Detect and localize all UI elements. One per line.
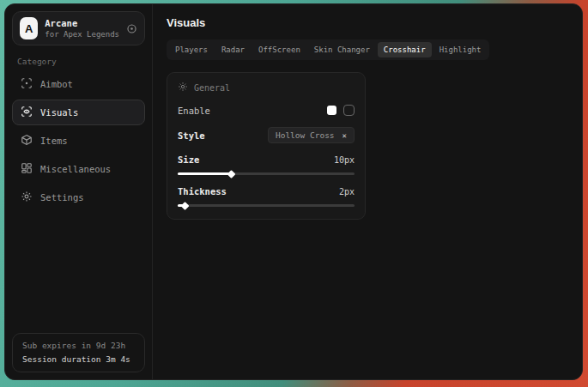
style-value: Hollow Cross (276, 130, 335, 140)
color-swatch[interactable] (327, 106, 336, 115)
sidebar-item-label: Aimbot (40, 79, 73, 89)
main-panel: Visuals Players Radar OffScreen Skin Cha… (153, 4, 582, 379)
thickness-label: Thickness (178, 186, 227, 197)
box-icon (21, 134, 33, 148)
style-label: Style (178, 130, 205, 141)
category-label: Category (17, 57, 140, 66)
thickness-slider[interactable] (178, 204, 355, 207)
tab-players[interactable]: Players (169, 42, 214, 57)
enable-label: Enable (178, 106, 210, 116)
enable-row: Enable (178, 105, 355, 116)
sidebar-item-items[interactable]: Items (12, 128, 145, 154)
subscription-info: Sub expires in 9d 23h Session duration 3… (12, 333, 145, 373)
page-title: Visuals (167, 16, 568, 29)
style-value-tag[interactable]: Hollow Cross ✕ (268, 127, 355, 143)
size-label: Size (178, 154, 199, 165)
sidebar-item-label: Visuals (40, 107, 78, 118)
card-title: General (194, 83, 230, 93)
gear-icon (178, 82, 188, 94)
enable-checkbox[interactable] (343, 105, 355, 116)
thickness-slider-fill (178, 204, 185, 207)
thickness-value: 2px (339, 187, 355, 197)
sidebar-item-label: Items (40, 136, 68, 146)
enable-controls (327, 105, 355, 116)
tab-crosshair[interactable]: Crosshair (378, 42, 432, 57)
thickness-row: Thickness 2px (178, 186, 355, 197)
tab-radar[interactable]: Radar (215, 42, 251, 57)
card-header: General (178, 82, 355, 94)
close-icon[interactable]: ✕ (342, 131, 347, 140)
size-slider-fill (178, 172, 231, 175)
sidebar-item-settings[interactable]: Settings (12, 184, 145, 210)
general-card: General Enable Style Hollow Cross ✕ Size… (167, 72, 366, 220)
sidebar: A Arcane for Apex Legends Category (5, 4, 153, 379)
sidebar-nav: Aimbot Visuals (12, 71, 145, 210)
sub-expires-text: Sub expires in 9d 23h (22, 340, 135, 352)
tab-highlight[interactable]: Highlight (433, 42, 488, 57)
app-subtitle: for Apex Legends (45, 30, 119, 39)
size-row: Size 10px (178, 154, 355, 165)
visuals-tabbar: Players Radar OffScreen Skin Changer Cro… (167, 39, 489, 60)
sidebar-item-visuals[interactable]: Visuals (12, 100, 145, 125)
size-slider[interactable] (178, 172, 355, 175)
sidebar-item-label: Miscellaneous (40, 164, 111, 174)
session-duration-text: Session duration 3m 4s (22, 354, 135, 366)
eye-scan-icon (21, 106, 33, 119)
crosshair-scan-icon (21, 77, 33, 91)
size-slider-thumb[interactable] (227, 170, 235, 178)
tab-skin-changer[interactable]: Skin Changer (308, 42, 376, 57)
app-title-block: Arcane for Apex Legends (45, 18, 119, 39)
gear-icon (21, 190, 33, 204)
app-name: Arcane (45, 18, 119, 29)
app-header: A Arcane for Apex Legends (12, 11, 145, 45)
sidebar-item-aimbot[interactable]: Aimbot (12, 71, 145, 97)
sidebar-item-label: Settings (40, 192, 84, 203)
size-value: 10px (334, 155, 355, 165)
style-row: Style Hollow Cross ✕ (178, 127, 355, 143)
tab-offscreen[interactable]: OffScreen (252, 42, 306, 57)
layout-icon (21, 162, 33, 176)
target-icon[interactable] (126, 23, 137, 34)
sidebar-item-miscellaneous[interactable]: Miscellaneous (12, 156, 145, 182)
app-logo: A (20, 17, 38, 39)
thickness-slider-thumb[interactable] (181, 202, 190, 210)
app-window: A Arcane for Apex Legends Category (4, 3, 583, 380)
